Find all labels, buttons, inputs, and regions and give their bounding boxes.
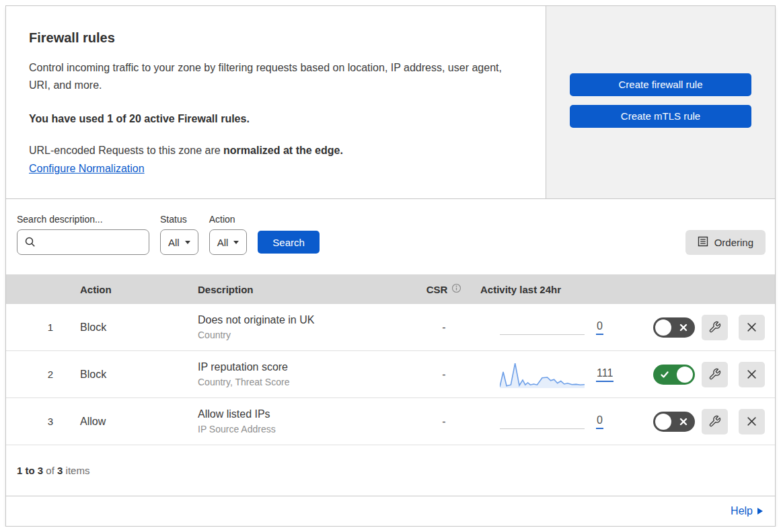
activity-cell: 0 [475, 408, 653, 435]
create-mtls-rule-button[interactable]: Create mTLS rule [570, 105, 751, 128]
rule-action: Block [75, 369, 192, 381]
status-filter-group: Status All [160, 214, 198, 255]
table-header: Action Description CSR Activity last 24h… [6, 274, 775, 304]
rule-criteria: Country, Threat Score [198, 377, 413, 387]
rule-priority: 3 [6, 416, 75, 427]
action-filter-group: Action All [209, 214, 248, 255]
toggle-knob [655, 414, 671, 430]
rule-action: Block [75, 321, 192, 334]
help-label: Help [731, 505, 753, 517]
rule-csr: - [413, 416, 475, 428]
column-header-csr: CSR [413, 283, 475, 295]
close-icon [746, 369, 757, 380]
pager-total: 3 [57, 465, 63, 476]
table-row: 3 Allow Allow listed IPs IP Source Addre… [6, 398, 775, 445]
intro-panel: Firewall rules Control incoming traffic … [6, 6, 546, 198]
rule-criteria: IP Source Address [198, 424, 413, 434]
help-link[interactable]: Help [731, 505, 763, 517]
wrench-icon [708, 415, 721, 428]
rule-enabled-toggle[interactable] [653, 317, 695, 338]
delete-rule-button[interactable] [739, 362, 765, 387]
column-header-description: Description [192, 284, 413, 295]
rule-priority: 1 [6, 321, 75, 333]
configure-normalization-link[interactable]: Configure Normalization [29, 163, 145, 175]
table-row: 2 Block IP reputation score Country, Thr… [6, 351, 775, 398]
search-group: Search description... [17, 214, 149, 255]
status-selected-value: All [168, 237, 180, 248]
delete-rule-button[interactable] [739, 315, 765, 340]
filter-bar: Search description... Status All Action … [6, 199, 775, 274]
page-title: Firewall rules [29, 30, 519, 46]
activity-cell: 0 [475, 314, 653, 341]
firewall-rules-page: Firewall rules Control incoming traffic … [5, 5, 776, 527]
csr-label: CSR [426, 284, 448, 295]
rule-description-cell: Allow listed IPs IP Source Address [192, 408, 413, 434]
pager-of: of [46, 465, 54, 476]
rule-enabled-toggle[interactable] [653, 365, 695, 385]
activity-sparkline [500, 314, 585, 341]
create-firewall-rule-button[interactable]: Create firewall rule [570, 73, 751, 96]
cta-panel: Create firewall rule Create mTLS rule [546, 6, 775, 198]
activity-sparkline [500, 361, 585, 388]
rule-description: Allow listed IPs [198, 408, 413, 420]
rule-description-cell: IP reputation score Country, Threat Scor… [192, 361, 413, 387]
chevron-down-icon [185, 241, 190, 244]
action-selected-value: All [217, 237, 229, 248]
activity-count-link[interactable]: 111 [596, 367, 613, 382]
action-label: Action [209, 214, 248, 225]
delete-rule-button[interactable] [739, 409, 765, 434]
table-row: 1 Block Does not originate in UK Country… [6, 304, 775, 351]
pager-range: 1 to 3 [17, 465, 43, 476]
search-input[interactable] [17, 229, 149, 255]
edit-rule-button[interactable] [702, 315, 728, 340]
search-button[interactable]: Search [258, 231, 320, 254]
wrench-icon [708, 368, 721, 381]
rule-description: IP reputation score [198, 361, 413, 373]
activity-count-link[interactable]: 0 [596, 414, 603, 429]
action-select[interactable]: All [209, 229, 248, 255]
intro-section: Firewall rules Control incoming traffic … [6, 6, 775, 199]
search-label: Search description... [17, 214, 149, 225]
edit-rule-button[interactable] [702, 409, 728, 434]
normalization-emphasis: normalized at the edge. [223, 145, 343, 156]
ordering-list-icon [698, 236, 708, 249]
pager: 1 to 3 of 3 items [6, 445, 775, 496]
pager-items: items [66, 465, 90, 476]
status-label: Status [160, 214, 198, 225]
usage-summary: You have used 1 of 20 active Firewall ru… [29, 113, 519, 125]
rule-controls [653, 315, 775, 340]
column-header-activity: Activity last 24hr [475, 284, 653, 295]
wrench-icon [708, 321, 721, 334]
search-box [17, 229, 149, 255]
normalization-note: URL-encoded Requests to this zone are no… [29, 145, 519, 157]
table-body: 1 Block Does not originate in UK Country… [6, 304, 775, 445]
check-icon [660, 370, 669, 379]
rule-controls [653, 362, 775, 387]
ordering-button[interactable]: Ordering [685, 230, 766, 255]
activity-count-link[interactable]: 0 [596, 320, 603, 335]
normalization-text: URL-encoded Requests to this zone are [29, 145, 223, 156]
close-icon [746, 321, 757, 333]
rule-action: Allow [75, 416, 192, 428]
arrow-right-icon [757, 508, 763, 515]
rule-criteria: Country [198, 330, 413, 340]
activity-cell: 111 [475, 361, 653, 388]
ordering-label: Ordering [714, 237, 753, 248]
x-icon [679, 417, 688, 426]
rule-controls [653, 409, 775, 434]
info-icon[interactable] [451, 283, 461, 295]
status-select[interactable]: All [160, 229, 198, 255]
rule-enabled-toggle[interactable] [653, 412, 695, 432]
rule-description-cell: Does not originate in UK Country [192, 314, 413, 340]
page-description: Control incoming traffic to your zone by… [29, 59, 519, 94]
rule-description: Does not originate in UK [198, 314, 413, 326]
activity-sparkline [500, 408, 585, 435]
toggle-knob [677, 367, 693, 383]
rule-csr: - [413, 321, 475, 334]
x-icon [679, 323, 688, 332]
chevron-down-icon [233, 241, 239, 244]
help-bar: Help [6, 496, 775, 526]
column-header-action: Action [75, 284, 192, 295]
close-icon [746, 416, 757, 427]
edit-rule-button[interactable] [702, 362, 728, 387]
